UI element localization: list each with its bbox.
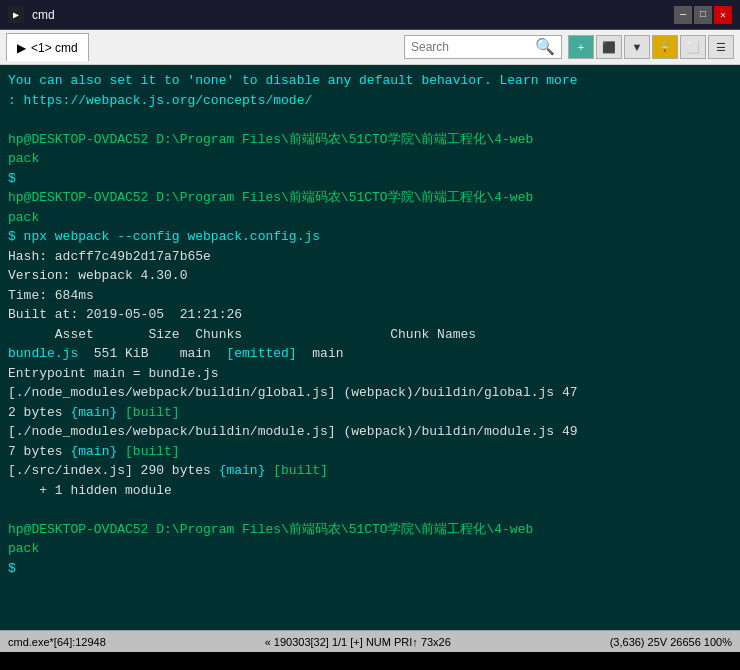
terminal-line: Built at: 2019-05-05 21:21:26 [8, 305, 732, 325]
tab-icon: ▶ [17, 41, 26, 55]
terminal-line: $ npx webpack --config webpack.config.js [8, 227, 732, 247]
terminal-line: [./src/index.js] 290 bytes {main} [built… [8, 461, 732, 481]
cmd-icon: ▶ [8, 7, 24, 23]
menu-button[interactable]: ☰ [708, 35, 734, 59]
close-button[interactable]: ✕ [714, 6, 732, 24]
terminal-line: pack [8, 149, 732, 169]
terminal-line: Entrypoint main = bundle.js [8, 364, 732, 384]
terminal-line: hp@DESKTOP-OVDAC52 D:\Program Files\前端码农… [8, 520, 732, 540]
terminal-line: You can also set it to 'none' to disable… [8, 71, 732, 91]
search-input[interactable] [411, 40, 531, 54]
terminal-line: hp@DESKTOP-OVDAC52 D:\Program Files\前端码农… [8, 188, 732, 208]
add-tab-button[interactable]: + [568, 35, 594, 59]
search-box: 🔍 [404, 35, 562, 59]
lock-button[interactable]: 🔒 [652, 35, 678, 59]
terminal-line: Asset Size Chunks Chunk Names [8, 325, 732, 345]
status-center: « 190303[32] 1/1 [+] NUM PRI↑ 73x26 [106, 636, 610, 648]
terminal-line: hp@DESKTOP-OVDAC52 D:\Program Files\前端码农… [8, 130, 732, 150]
tab-label: <1> cmd [31, 41, 78, 55]
layout-button[interactable]: ⬜ [680, 35, 706, 59]
terminal-line: pack [8, 208, 732, 228]
window-controls: — □ ✕ [674, 6, 732, 24]
terminal-line: $ [8, 169, 732, 189]
search-icon: 🔍 [535, 37, 555, 57]
terminal-line: : https://webpack.js.org/concepts/mode/ [8, 91, 732, 111]
terminal-line [8, 110, 732, 130]
terminal-line: bundle.js 551 KiB main [emitted] main [8, 344, 732, 364]
terminal-line: $ [8, 559, 732, 579]
split-button[interactable]: ⬛ [596, 35, 622, 59]
title-text: cmd [32, 8, 55, 22]
tab-cmd[interactable]: ▶ <1> cmd [6, 33, 89, 61]
minimize-button[interactable]: — [674, 6, 692, 24]
dropdown-button[interactable]: ▼ [624, 35, 650, 59]
terminal-line: Version: webpack 4.30.0 [8, 266, 732, 286]
terminal-line: 2 bytes {main} [built] [8, 403, 732, 423]
terminal-line [8, 500, 732, 520]
maximize-button[interactable]: □ [694, 6, 712, 24]
toolbar: ▶ <1> cmd 🔍 + ⬛ ▼ 🔒 ⬜ ☰ [0, 30, 740, 65]
terminal-line: Hash: adcff7c49b2d17a7b65e [8, 247, 732, 267]
terminal-line: 7 bytes {main} [built] [8, 442, 732, 462]
terminal-line: [./node_modules/webpack/buildin/global.j… [8, 383, 732, 403]
terminal-line: [./node_modules/webpack/buildin/module.j… [8, 422, 732, 442]
status-left: cmd.exe*[64]:12948 [8, 636, 106, 648]
title-bar: ▶ cmd — □ ✕ [0, 0, 740, 30]
status-bar: cmd.exe*[64]:12948 « 190303[32] 1/1 [+] … [0, 630, 740, 652]
terminal-line: Time: 684ms [8, 286, 732, 306]
status-right: (3,636) 25V 26656 100% [610, 636, 732, 648]
terminal-line: + 1 hidden module [8, 481, 732, 501]
terminal-line: pack [8, 539, 732, 559]
toolbar-buttons: + ⬛ ▼ 🔒 ⬜ ☰ [568, 35, 734, 59]
terminal[interactable]: You can also set it to 'none' to disable… [0, 65, 740, 630]
